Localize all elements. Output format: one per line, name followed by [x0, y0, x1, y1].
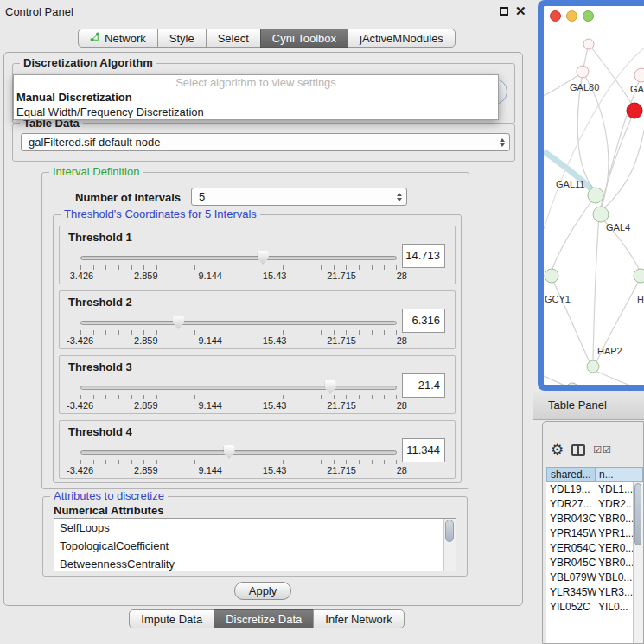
list-scrollbar-thumb[interactable]: [445, 520, 454, 542]
table-row[interactable]: YBL079WYBL0...: [546, 571, 633, 585]
tab-impute-data[interactable]: Impute Data: [129, 609, 214, 628]
threshold-slider-1[interactable]: -3.4262.8599.14415.4321.71528: [80, 251, 397, 284]
tab-discretize-data[interactable]: Discretize Data: [214, 609, 314, 628]
close-icon[interactable]: ✕: [515, 3, 526, 19]
network-node-h[interactable]: [634, 269, 644, 283]
zoom-window-button[interactable]: [583, 10, 594, 22]
table-row[interactable]: YPR145WYPR1...: [546, 526, 633, 541]
network-edge: [552, 277, 590, 362]
threshold-slider-2[interactable]: -3.4262.8599.14415.4321.71528: [80, 316, 397, 348]
slider-thumb[interactable]: [258, 251, 269, 265]
threshold-box-1: Threshold 1-3.4262.8599.14415.4321.71528…: [59, 226, 456, 284]
table-scrollbar[interactable]: [633, 482, 643, 643]
cell-shared-name: YPR145W: [546, 526, 596, 541]
threshold-slider-3[interactable]: -3.4262.8599.14415.4321.71528: [80, 380, 397, 413]
popup-option-manual-discretization[interactable]: Manual Discretization: [14, 90, 498, 105]
tab-label: Network: [105, 32, 146, 45]
tick-label: 2.859: [134, 465, 158, 475]
threshold-value-1[interactable]: 14.713: [402, 244, 445, 268]
threshold-label: Threshold 4: [68, 425, 132, 438]
network-node[interactable]: [583, 39, 594, 49]
cell-name: YBR0...: [596, 512, 633, 526]
tab-label: jActiveMNodules: [360, 32, 443, 45]
close-window-button[interactable]: [550, 10, 561, 22]
node-label: GAL11: [556, 179, 584, 189]
table-panel-title: Table Panel: [548, 399, 607, 411]
apply-button[interactable]: Apply: [234, 582, 291, 600]
threshold-value-4[interactable]: 11.344: [402, 438, 445, 462]
node-label: GAL80: [570, 82, 599, 92]
popup-option-equal-width-frequency-discretization[interactable]: Equal Width/Frequency Discretization: [14, 105, 498, 119]
table-row[interactable]: YBR043CYBR0...: [546, 512, 633, 526]
table-row[interactable]: YER054CYER0...: [546, 541, 633, 556]
cell-shared-name: YDR27...: [546, 497, 596, 512]
threshold-value-2[interactable]: 6.316: [402, 309, 445, 333]
table-row[interactable]: YDR27...YDR2...: [546, 497, 633, 512]
cell-name: YER0...: [596, 541, 633, 556]
threshold-value-3[interactable]: 21.4: [402, 373, 445, 398]
table-row[interactable]: YBR045CYBR0...: [546, 556, 633, 571]
list-item-betweennesscentrality[interactable]: BetweennessCentrality: [54, 555, 456, 571]
tab-label: Cyni Toolbox: [272, 32, 336, 45]
table-row[interactable]: YDL19...YDL1...: [546, 482, 633, 497]
slider-thumb[interactable]: [224, 445, 235, 459]
tab-label: Style: [169, 32, 194, 45]
network-node-gal80[interactable]: [577, 66, 589, 78]
num-intervals-combo[interactable]: 5: [191, 188, 407, 206]
tick-label: 2.859: [134, 335, 158, 346]
columns-icon[interactable]: [571, 444, 585, 456]
gear-icon[interactable]: ⚙: [551, 443, 564, 457]
slider-track[interactable]: [80, 256, 397, 260]
tick-label: 2.859: [134, 271, 158, 281]
tick-label: 15.43: [263, 271, 287, 281]
network-canvas[interactable]: GAL80GAGAL11GAL4GCY1HHAP2: [544, 6, 644, 391]
minimize-window-button[interactable]: [566, 10, 577, 22]
combo-arrows-icon: [500, 138, 505, 147]
tab-infer-network[interactable]: Infer Network: [313, 609, 404, 628]
network-window: GAL80GAGAL11GAL4GCY1HHAP2: [538, 0, 644, 391]
slider-thumb[interactable]: [173, 316, 184, 329]
table-scrollbar-thumb[interactable]: [634, 483, 641, 545]
slider-track[interactable]: [80, 450, 397, 455]
tick-label: 28: [397, 335, 407, 346]
tab-network[interactable]: Network: [78, 29, 158, 48]
tab-select[interactable]: Select: [206, 29, 261, 48]
list-scrollbar[interactable]: [443, 519, 456, 571]
tab-jactivemnodules[interactable]: jActiveMNodules: [348, 29, 456, 48]
slider-thumb[interactable]: [325, 380, 336, 394]
table-data-combo[interactable]: galFiltered.sif default node: [21, 133, 510, 151]
tick-label: 15.43: [263, 400, 287, 411]
network-edge: [552, 195, 596, 269]
network-node-gcy1[interactable]: [545, 269, 558, 283]
network-node-gal4[interactable]: [593, 207, 609, 222]
slider-track[interactable]: [80, 386, 397, 390]
tab-style[interactable]: Style: [157, 29, 207, 48]
list-item-topologicalcoefficient[interactable]: TopologicalCoefficient: [54, 537, 456, 555]
control-panel-titlebar: Control Panel ✕: [0, 0, 533, 22]
network-node-hap2[interactable]: [587, 360, 599, 373]
slider-ticks: [80, 330, 397, 335]
select-columns-icon[interactable]: ☑☑: [593, 444, 612, 456]
tab-cyni-toolbox[interactable]: Cyni Toolbox: [260, 29, 348, 48]
network-node-ga[interactable]: [634, 68, 644, 82]
list-item-selfloops[interactable]: SelfLoops: [54, 519, 456, 537]
table-row[interactable]: YIL052CYIL0...: [546, 600, 633, 615]
threshold-slider-4[interactable]: -3.4262.8599.14415.4321.71528: [80, 445, 397, 478]
numerical-attributes-list[interactable]: SelfLoopsTopologicalCoefficientBetweenne…: [54, 518, 456, 571]
column-header-shared-name[interactable]: shared...: [546, 467, 596, 482]
slider-ticks: [80, 460, 397, 464]
network-node[interactable]: [627, 103, 642, 118]
interval-definition-group: Interval Definition Number of Intervals …: [41, 172, 469, 489]
column-header-name[interactable]: n...: [596, 467, 643, 482]
cell-name: YBR0...: [596, 556, 633, 571]
float-window-icon[interactable]: [500, 7, 508, 16]
attributes-group-title: Attributes to discretize: [50, 489, 168, 502]
num-intervals-value: 5: [199, 189, 205, 205]
network-edge: [544, 376, 569, 387]
network-node-gal11[interactable]: [588, 188, 603, 203]
thresholds-container: Threshold 1-3.4262.8599.14415.4321.71528…: [54, 215, 461, 482]
slider-track[interactable]: [80, 321, 397, 325]
threshold-box-2: Threshold 2-3.4262.8599.14415.4321.71528…: [59, 290, 456, 349]
network-node[interactable]: [566, 383, 578, 391]
table-row[interactable]: YLR345WYLR3...: [546, 585, 633, 600]
